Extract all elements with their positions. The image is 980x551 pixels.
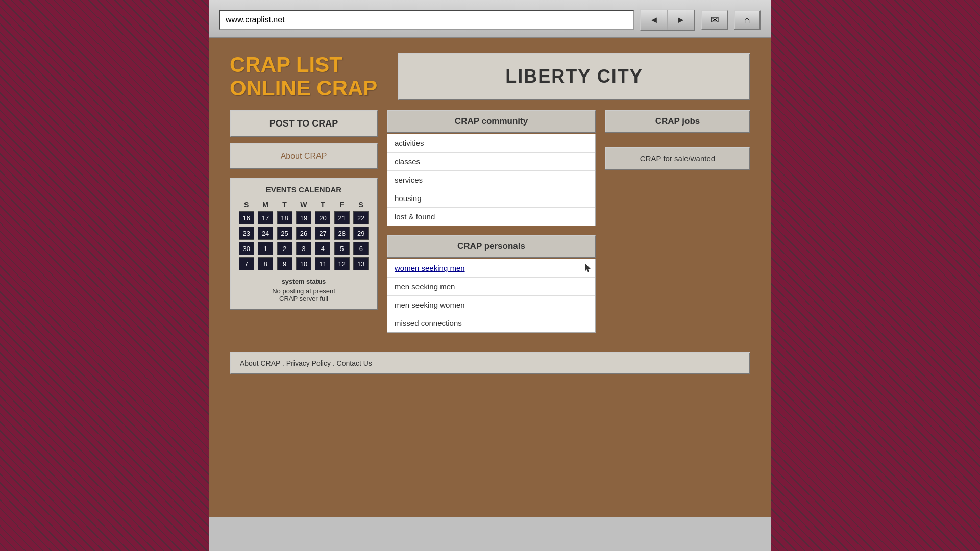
calendar-day[interactable]: 12 <box>334 257 350 270</box>
nav-group: ◄ ► <box>640 9 695 31</box>
calendar-day[interactable]: 8 <box>258 257 273 270</box>
post-to-crap-button[interactable]: POST TO CRAP <box>230 110 378 137</box>
footer-about[interactable]: About CRAP <box>240 359 280 367</box>
calendar-day[interactable]: 25 <box>277 227 292 240</box>
calendar-day[interactable]: 27 <box>315 227 330 240</box>
cal-header-s2: S <box>352 199 371 210</box>
personals-men-seeking-men[interactable]: men seeking men <box>387 278 595 296</box>
community-header: CRAP community <box>387 110 596 133</box>
top-section: CRAP LIST ONLINE CRAP LIBERTY CITY <box>230 53 750 100</box>
community-section: CRAP community activities classes servic… <box>387 110 596 226</box>
home-button[interactable]: ⌂ <box>734 10 761 30</box>
calendar-day[interactable]: 21 <box>334 211 350 224</box>
calendar-day[interactable]: 29 <box>353 227 369 240</box>
cal-header-m: M <box>256 199 275 210</box>
cal-header-t1: T <box>275 199 294 210</box>
community-lost-found[interactable]: lost & found <box>387 208 595 226</box>
calendar-day[interactable]: 7 <box>239 257 254 270</box>
community-activities[interactable]: activities <box>387 134 595 153</box>
footer-sep1: . <box>282 359 284 367</box>
calendar-day[interactable]: 13 <box>353 257 369 270</box>
forward-button[interactable]: ► <box>668 10 694 30</box>
calendar-day[interactable]: 5 <box>334 242 350 255</box>
logo-title: CRAP LIST ONLINE CRAP <box>230 53 388 100</box>
calendar-day[interactable]: 3 <box>296 242 311 255</box>
system-status: system status No posting at present CRAP… <box>237 278 371 303</box>
footer-privacy[interactable]: Privacy Policy <box>286 359 331 367</box>
community-housing[interactable]: housing <box>387 189 595 208</box>
status-title: system status <box>237 278 371 285</box>
personals-women-seeking-men[interactable]: women seeking men <box>387 259 595 278</box>
calendar-table: S M T W T F S 16171819202122232425262728… <box>237 199 371 271</box>
logo-area: CRAP LIST ONLINE CRAP <box>230 53 388 100</box>
community-items: activities classes services housing lost… <box>387 134 596 226</box>
calendar-day[interactable]: 2 <box>277 242 292 255</box>
footer: About CRAP . Privacy Policy . Contact Us <box>230 352 750 374</box>
address-bar[interactable] <box>219 10 634 30</box>
calendar-day[interactable]: 26 <box>296 227 311 240</box>
calendar-day[interactable]: 28 <box>334 227 350 240</box>
personals-section: CRAP personals women seeking men men see… <box>387 235 596 333</box>
left-panel: POST TO CRAP About CRAP EVENTS CALENDAR … <box>230 110 378 342</box>
about-crap-button[interactable]: About CRAP <box>230 143 378 169</box>
calendar-day[interactable]: 24 <box>258 227 273 240</box>
calendar-section: EVENTS CALENDAR S M T W T F S <box>230 178 378 310</box>
cal-header-s1: S <box>237 199 256 210</box>
footer-contact[interactable]: Contact Us <box>337 359 372 367</box>
city-banner: LIBERTY CITY <box>398 53 750 100</box>
calendar-day[interactable]: 17 <box>258 211 273 224</box>
sale-wanted-button[interactable]: CRAP for sale/wanted <box>605 147 750 170</box>
calendar-day[interactable]: 11 <box>315 257 330 270</box>
back-button[interactable]: ◄ <box>641 10 668 30</box>
content-grid: POST TO CRAP About CRAP EVENTS CALENDAR … <box>230 110 750 342</box>
calendar-day[interactable]: 20 <box>315 211 330 224</box>
calendar-day[interactable]: 9 <box>277 257 292 270</box>
email-button[interactable]: ✉ <box>701 10 728 30</box>
browser-chrome: ◄ ► ✉ ⌂ <box>209 0 771 38</box>
personals-header: CRAP personals <box>387 235 596 258</box>
footer-sep2: . <box>333 359 335 367</box>
main-content: CRAP LIST ONLINE CRAP LIBERTY CITY POST … <box>209 38 771 517</box>
community-classes[interactable]: classes <box>387 153 595 171</box>
cal-header-t2: T <box>313 199 332 210</box>
calendar-day[interactable]: 10 <box>296 257 311 270</box>
status-line1: No posting at present <box>237 287 371 295</box>
calendar-day[interactable]: 4 <box>315 242 330 255</box>
personals-missed-connections[interactable]: missed connections <box>387 314 595 332</box>
calendar-day[interactable]: 22 <box>353 211 369 224</box>
center-panel: CRAP community activities classes servic… <box>387 110 596 342</box>
calendar-day[interactable]: 6 <box>353 242 369 255</box>
calendar-day[interactable]: 16 <box>239 211 254 224</box>
calendar-day[interactable]: 1 <box>258 242 273 255</box>
personals-men-seeking-women[interactable]: men seeking women <box>387 296 595 314</box>
cal-header-f: F <box>332 199 351 210</box>
personals-items: women seeking men men seeking men men se… <box>387 259 596 333</box>
calendar-title: EVENTS CALENDAR <box>237 185 371 194</box>
cal-header-w: W <box>294 199 313 210</box>
community-services[interactable]: services <box>387 171 595 189</box>
city-name: LIBERTY CITY <box>505 66 643 87</box>
right-panel: CRAP jobs CRAP for sale/wanted <box>605 110 750 342</box>
calendar-day[interactable]: 30 <box>239 242 254 255</box>
jobs-header: CRAP jobs <box>605 110 750 133</box>
status-line2: CRAP server full <box>237 295 371 303</box>
calendar-day[interactable]: 19 <box>296 211 311 224</box>
calendar-day[interactable]: 18 <box>277 211 292 224</box>
calendar-day[interactable]: 23 <box>239 227 254 240</box>
